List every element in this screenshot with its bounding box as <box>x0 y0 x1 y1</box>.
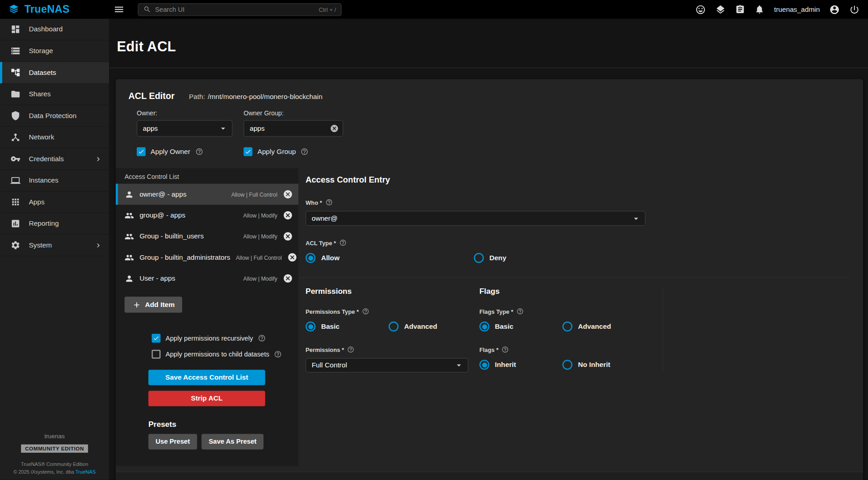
owner-select[interactable]: apps <box>137 120 233 137</box>
datasets-tree-icon <box>10 68 20 78</box>
acl-actions: Apply permissions recursively Apply perm… <box>149 334 290 450</box>
remove-entry-icon[interactable] <box>283 231 293 241</box>
sidebar-item-reporting[interactable]: Reporting <box>0 213 109 235</box>
owner-group-input[interactable]: apps <box>243 120 343 137</box>
bar-chart-icon <box>10 218 20 228</box>
sidebar-item-instances[interactable]: Instances <box>0 170 109 192</box>
acl-editor-heading: ACL Editor <box>129 91 174 101</box>
sidebar-item-storage[interactable]: Storage <box>0 40 109 62</box>
remove-entry-icon[interactable] <box>283 210 293 220</box>
copyright-line: © 2025 iXsystems, Inc. dba TrueNAS <box>0 469 109 476</box>
save-as-preset-button[interactable]: Save As Preset <box>202 434 264 450</box>
help-icon[interactable] <box>274 350 282 358</box>
feedback-smiley-icon[interactable] <box>695 4 706 15</box>
truenas-app: TrueNAS Ctrl + / truenas_admi <box>0 0 868 480</box>
radio-deny[interactable]: Deny <box>474 253 642 263</box>
acl-list-title: Access Control List <box>116 168 298 184</box>
radio-flags-advanced[interactable]: Advanced <box>562 322 645 332</box>
who-select[interactable]: owner@ <box>306 211 645 226</box>
sidebar-item-credentials[interactable]: Credentials <box>0 148 109 170</box>
account-circle-icon[interactable] <box>829 4 840 15</box>
sidebar-item-data-protection[interactable]: Data Protection <box>0 105 109 127</box>
help-icon[interactable] <box>301 148 308 155</box>
acl-entry-row[interactable]: Group - builtin_users Allow | Modify <box>116 226 298 247</box>
help-icon[interactable] <box>339 239 347 247</box>
add-item-button[interactable]: Add Item <box>124 297 182 312</box>
edition-line: TrueNAS® Community Edition <box>0 461 109 469</box>
radio-inherit[interactable]: Inherit <box>479 360 562 370</box>
sidebar-item-datasets[interactable]: Datasets <box>0 62 109 84</box>
apply-owner-label: Apply Owner <box>151 148 190 155</box>
remove-entry-icon[interactable] <box>283 273 293 283</box>
acl-entry-name: User - apps <box>139 275 175 282</box>
help-icon[interactable] <box>195 148 203 155</box>
sidebar-item-label: System <box>29 241 52 249</box>
sidebar-item-apps[interactable]: Apps <box>0 192 109 213</box>
sidebar-item-shares[interactable]: Shares <box>0 84 109 105</box>
permissions-type-label: Permissions Type * <box>306 308 480 315</box>
sidebar-item-system[interactable]: System <box>0 235 109 257</box>
acl-list-pane: Access Control List owner@ - apps Allow … <box>116 168 298 466</box>
acl-type-label: ACL Type * <box>306 239 850 247</box>
chevron-down-icon <box>218 124 228 134</box>
save-acl-button[interactable]: Save Access Control List <box>149 370 265 385</box>
permissions-select[interactable]: Full Control <box>306 358 468 373</box>
permissions-section: Permissions Permissions Type * Basic <box>306 287 480 372</box>
radio-no-inherit[interactable]: No Inherit <box>562 360 645 370</box>
use-preset-button[interactable]: Use Preset <box>149 434 197 450</box>
help-icon[interactable] <box>362 308 369 315</box>
search-input[interactable] <box>155 5 315 13</box>
help-icon[interactable] <box>516 308 524 315</box>
sidebar-item-dashboard[interactable]: Dashboard <box>0 19 109 40</box>
alerts-bell-icon[interactable] <box>755 5 765 15</box>
child-datasets-checkbox[interactable] <box>152 350 161 359</box>
apply-owner-checkbox[interactable] <box>137 147 146 156</box>
search-bar[interactable]: Ctrl + / <box>138 3 342 16</box>
radio-permissions-basic[interactable]: Basic <box>306 322 389 332</box>
who-label: Who * <box>306 199 850 206</box>
radio-flags-basic[interactable]: Basic <box>479 322 562 332</box>
ace-pane: Access Control Entry Who * owner@ ACL Ty… <box>298 168 863 466</box>
help-icon[interactable] <box>258 334 266 342</box>
help-icon[interactable] <box>347 346 355 353</box>
brand-logo[interactable]: TrueNAS <box>0 3 109 15</box>
truenas-link[interactable]: TrueNAS <box>75 470 96 475</box>
clipboard-icon[interactable] <box>735 5 745 15</box>
card-footer <box>116 471 863 480</box>
acl-entry-row[interactable]: Group - builtin_administrators Allow | F… <box>116 247 298 268</box>
apply-row: Apply Owner Apply Group <box>116 137 863 168</box>
sidebar-item-network[interactable]: Network <box>0 127 109 148</box>
apply-group-checkbox[interactable] <box>243 147 253 156</box>
strip-acl-button[interactable]: Strip ACL <box>149 391 265 406</box>
menu-toggle-button[interactable] <box>114 4 124 15</box>
sidebar-item-label: Network <box>29 134 54 141</box>
layers-icon[interactable] <box>715 4 726 15</box>
acl-entry-name: Group - builtin_users <box>139 233 203 240</box>
sidebar-item-label: Data Protection <box>29 112 76 119</box>
remove-entry-icon[interactable] <box>288 252 298 262</box>
recursive-checkbox[interactable] <box>152 334 161 343</box>
group-icon <box>124 232 134 241</box>
acl-entry-row[interactable]: owner@ - apps Allow | Full Control <box>116 184 298 205</box>
editor-panes: Access Control List owner@ - apps Allow … <box>116 168 863 472</box>
flags-type-label: Flags Type * <box>479 308 662 315</box>
user-icon <box>124 189 134 199</box>
logged-in-user: truenas_admin <box>774 5 820 13</box>
radio-allow[interactable]: Allow <box>306 253 474 263</box>
clear-icon[interactable] <box>330 124 339 133</box>
top-actions: truenas_admin <box>695 4 868 15</box>
help-icon[interactable] <box>502 346 509 353</box>
owner-select-value: apps <box>143 124 158 132</box>
radio-icon <box>562 322 572 332</box>
help-icon[interactable] <box>325 199 332 206</box>
acl-entry-row[interactable]: User - apps Allow | Modify <box>116 268 298 289</box>
ace-heading: Access Control Entry <box>306 175 850 184</box>
acl-entry-name: Group - builtin_administrators <box>139 253 230 261</box>
power-icon[interactable] <box>849 4 860 15</box>
remove-entry-icon[interactable] <box>283 189 293 199</box>
radio-permissions-advanced[interactable]: Advanced <box>389 322 472 332</box>
radio-icon <box>479 322 489 332</box>
computer-icon <box>10 175 20 185</box>
owner-group-label: Owner Group: <box>243 109 343 116</box>
acl-entry-row[interactable]: group@ - apps Allow | Modify <box>116 205 298 226</box>
